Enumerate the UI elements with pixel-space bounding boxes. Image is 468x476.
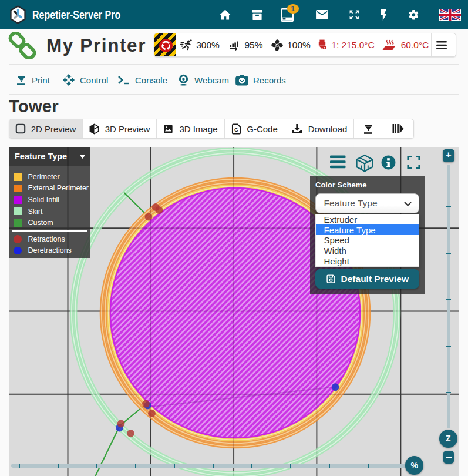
svg-text:G: G xyxy=(234,127,238,133)
